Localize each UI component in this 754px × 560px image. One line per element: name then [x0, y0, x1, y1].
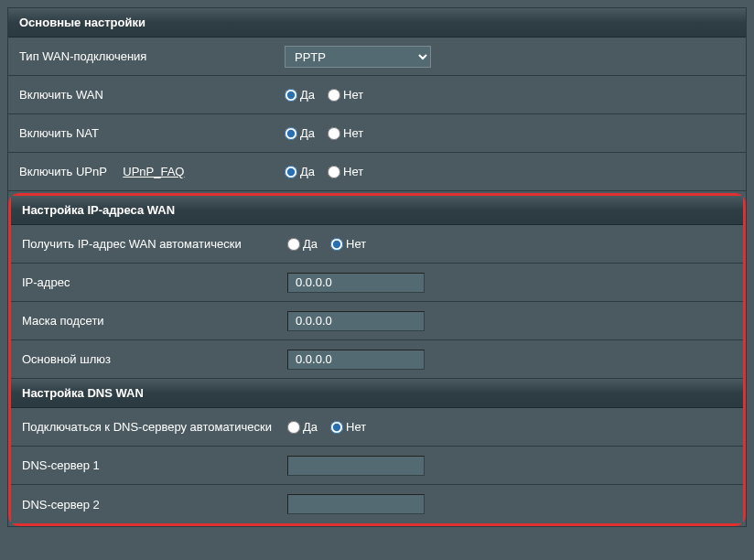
radio-yes-label: Да — [300, 165, 315, 178]
label-subnet-mask: Маска подсети — [22, 314, 287, 328]
row-dns1: DNS-сервер 1 — [11, 447, 743, 485]
ip-address-input[interactable] — [287, 273, 425, 293]
section-title-dns: Настройка DNS WAN — [22, 386, 144, 400]
auto-dns-no[interactable]: Нет — [330, 420, 366, 434]
wan-type-select[interactable]: PPTP — [285, 46, 431, 68]
settings-panel: Основные настройки Тип WAN-подключения P… — [7, 7, 747, 527]
auto-dns-no-radio[interactable] — [330, 421, 343, 434]
row-enable-nat: Включить NAT Да Нет — [8, 114, 746, 153]
enable-nat-no-radio[interactable] — [328, 127, 340, 140]
label-ip-address: IP-адрес — [22, 275, 287, 289]
label-dns1: DNS-сервер 1 — [22, 458, 287, 472]
section-title-main: Основные настройки — [19, 16, 145, 29]
radio-yes-label: Да — [303, 420, 318, 434]
gateway-input[interactable] — [287, 350, 425, 370]
enable-nat-no[interactable]: Нет — [328, 126, 363, 140]
enable-nat-yes-radio[interactable] — [285, 127, 297, 140]
label-enable-wan: Включить WAN — [19, 88, 285, 102]
auto-ip-yes-radio[interactable] — [287, 238, 300, 251]
label-enable-upnp-text: Включить UPnP — [19, 165, 107, 178]
enable-wan-no-radio[interactable] — [328, 89, 340, 102]
label-auto-dns: Подключаться к DNS-серверу автоматически — [22, 420, 287, 434]
enable-upnp-no-radio[interactable] — [328, 166, 340, 178]
section-header-wan-ip: Настройка IP-адреса WAN — [11, 196, 743, 225]
auto-ip-yes[interactable]: Да — [287, 237, 318, 251]
label-enable-nat: Включить NAT — [19, 126, 285, 140]
subnet-mask-input[interactable] — [287, 311, 425, 331]
section-header-dns: Настройка DNS WAN — [11, 379, 743, 408]
auto-ip-no-radio[interactable] — [330, 238, 343, 251]
enable-upnp-yes[interactable]: Да — [285, 165, 315, 178]
dns2-input[interactable] — [287, 494, 425, 514]
auto-ip-no[interactable]: Нет — [330, 237, 366, 251]
auto-dns-yes-radio[interactable] — [287, 421, 300, 434]
radio-yes-label: Да — [303, 237, 318, 251]
row-ip-address: IP-адрес — [11, 264, 743, 302]
radio-no-label: Нет — [346, 237, 366, 251]
label-gateway: Основной шлюз — [22, 352, 287, 366]
enable-wan-yes[interactable]: Да — [285, 88, 315, 102]
label-dns2: DNS-сервер 2 — [22, 498, 287, 512]
enable-upnp-no[interactable]: Нет — [328, 165, 363, 178]
label-wan-type: Тип WAN-подключения — [19, 49, 285, 63]
radio-yes-label: Да — [300, 88, 315, 102]
radio-no-label: Нет — [346, 420, 366, 434]
enable-upnp-yes-radio[interactable] — [285, 166, 297, 178]
radio-no-label: Нет — [343, 126, 363, 140]
radio-yes-label: Да — [300, 126, 315, 140]
enable-wan-yes-radio[interactable] — [285, 89, 297, 102]
row-gateway: Основной шлюз — [11, 340, 743, 379]
highlight-box: Настройка IP-адреса WAN Получить IP-адре… — [8, 193, 746, 526]
radio-no-label: Нет — [343, 88, 363, 102]
row-dns2: DNS-сервер 2 — [11, 485, 743, 523]
row-auto-dns: Подключаться к DNS-серверу автоматически… — [11, 408, 743, 447]
radio-no-label: Нет — [343, 165, 363, 178]
row-subnet-mask: Маска подсети — [11, 302, 743, 340]
row-enable-upnp: Включить UPnP UPnP_FAQ Да Нет — [8, 153, 746, 191]
upnp-faq-link[interactable]: UPnP_FAQ — [123, 165, 184, 178]
row-wan-type: Тип WAN-подключения PPTP — [8, 38, 746, 76]
label-auto-ip: Получить IP-адрес WAN автоматически — [22, 237, 287, 251]
auto-dns-yes[interactable]: Да — [287, 420, 318, 434]
row-auto-ip: Получить IP-адрес WAN автоматически Да Н… — [11, 225, 743, 264]
enable-wan-no[interactable]: Нет — [328, 88, 363, 102]
section-header-main: Основные настройки — [8, 8, 746, 38]
row-enable-wan: Включить WAN Да Нет — [8, 76, 746, 114]
section-title-wan-ip: Настройка IP-адреса WAN — [22, 203, 175, 217]
enable-nat-yes[interactable]: Да — [285, 126, 315, 140]
dns1-input[interactable] — [287, 456, 425, 476]
label-enable-upnp: Включить UPnP UPnP_FAQ — [19, 165, 285, 178]
